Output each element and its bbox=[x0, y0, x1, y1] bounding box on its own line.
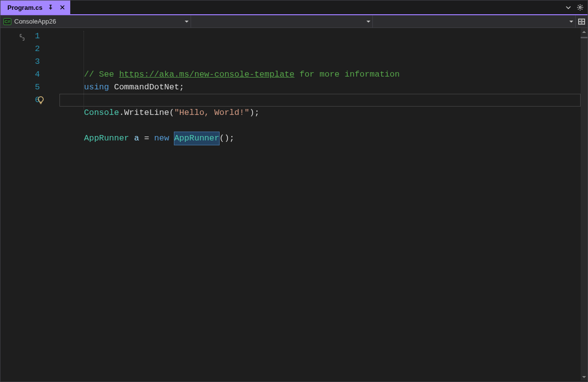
vertical-scrollbar[interactable] bbox=[581, 28, 588, 381]
tab-strip: Program.cs bbox=[0, 0, 588, 15]
scope-name: ConsoleApp26 bbox=[14, 18, 56, 25]
code-token: using bbox=[84, 82, 109, 92]
caret-position-marker bbox=[581, 37, 588, 38]
code-token: = bbox=[144, 134, 149, 143]
code-editor[interactable]: 123456 // See https://aka.ms/new-console… bbox=[0, 28, 588, 381]
code-line[interactable] bbox=[59, 94, 588, 107]
code-token: (); bbox=[219, 134, 234, 143]
code-token bbox=[109, 82, 114, 92]
code-token bbox=[129, 134, 134, 143]
close-tab-icon[interactable] bbox=[58, 3, 66, 11]
code-token bbox=[169, 134, 174, 143]
csharp-icon: C# bbox=[3, 18, 11, 25]
code-token: CommandDotNet bbox=[114, 82, 179, 92]
chevron-down-icon bbox=[569, 21, 573, 25]
code-line[interactable] bbox=[59, 119, 588, 132]
code-token bbox=[139, 134, 144, 143]
code-line[interactable]: // See https://aka.ms/new-console-templa… bbox=[59, 68, 588, 81]
code-line[interactable]: using CommandDotNet; bbox=[59, 81, 588, 94]
code-token: ); bbox=[250, 108, 259, 117]
code-token: See bbox=[99, 70, 119, 79]
code-token: // bbox=[84, 70, 99, 79]
line-number: 1 bbox=[35, 30, 59, 43]
svg-point-0 bbox=[579, 6, 581, 8]
line-number: 3 bbox=[35, 55, 59, 68]
code-token: . bbox=[119, 108, 124, 117]
code-line[interactable]: Console.WriteLine("Hello, World!"); bbox=[59, 107, 588, 119]
symbol-highlight: AppRunner bbox=[174, 132, 220, 145]
code-token: Console bbox=[84, 108, 119, 117]
chevron-down-icon bbox=[185, 21, 189, 25]
scope-dropdown[interactable]: C# ConsoleApp26 bbox=[0, 15, 191, 27]
code-line[interactable]: AppRunner a = new AppRunner(); bbox=[59, 132, 588, 145]
code-token: https://aka.ms/new-console-template bbox=[119, 70, 294, 79]
lightbulb-icon[interactable] bbox=[37, 96, 45, 109]
navigation-bar: C# ConsoleApp26 bbox=[0, 15, 588, 28]
scroll-up-arrow-icon[interactable] bbox=[581, 28, 588, 35]
code-token: AppRunner bbox=[84, 134, 129, 143]
tab-filename: Program.cs bbox=[7, 4, 43, 11]
line-number-gutter: 123456 bbox=[35, 28, 59, 381]
tab-program-cs[interactable]: Program.cs bbox=[0, 0, 70, 14]
line-number: 5 bbox=[35, 81, 59, 94]
code-token: a bbox=[134, 134, 139, 143]
code-token bbox=[149, 134, 154, 143]
code-token: "Hello, World!" bbox=[174, 108, 250, 117]
chevron-down-icon bbox=[366, 21, 370, 25]
split-editor-icon[interactable] bbox=[576, 15, 588, 27]
code-token: WriteLine bbox=[124, 108, 169, 117]
code-token: new bbox=[154, 134, 169, 143]
code-token: ; bbox=[179, 82, 184, 92]
collapse-block-icon[interactable] bbox=[18, 33, 26, 46]
code-token: for more information bbox=[294, 70, 399, 79]
code-token: ( bbox=[169, 108, 174, 117]
line-number: 2 bbox=[35, 43, 59, 55]
member-dropdown[interactable] bbox=[373, 15, 576, 27]
line-number: 4 bbox=[35, 68, 59, 81]
code-area[interactable]: // See https://aka.ms/new-console-templa… bbox=[59, 28, 588, 381]
pin-tab-icon[interactable] bbox=[47, 3, 55, 11]
active-files-dropdown-icon[interactable] bbox=[564, 3, 573, 12]
breakpoint-margin[interactable] bbox=[0, 28, 35, 381]
settings-gear-icon[interactable] bbox=[576, 3, 585, 12]
type-dropdown[interactable] bbox=[191, 15, 373, 27]
scroll-down-arrow-icon[interactable] bbox=[581, 374, 588, 381]
indent-guide bbox=[84, 31, 84, 109]
